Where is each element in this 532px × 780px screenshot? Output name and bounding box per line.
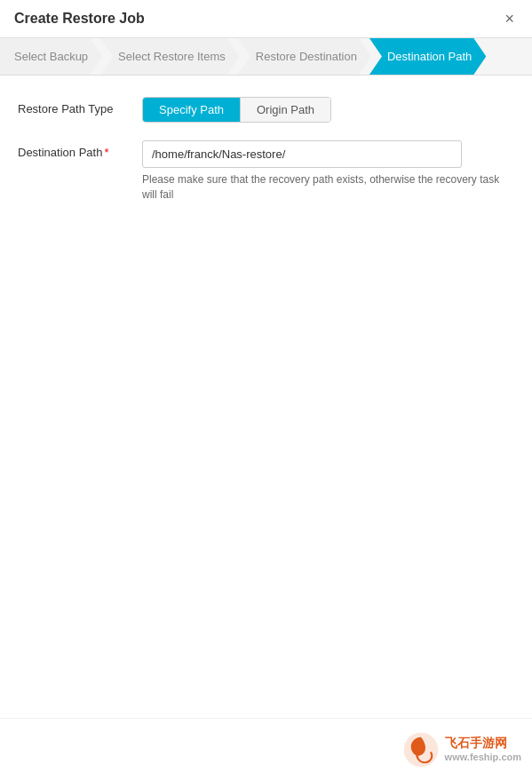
- dialog-title: Create Restore Job: [14, 11, 145, 27]
- brand-icon: [402, 731, 440, 768]
- destination-path-field-group: Please make sure that the recovery path …: [142, 140, 514, 203]
- title-bar: Create Restore Job ×: [0, 0, 532, 38]
- breadcrumb-restore-destination[interactable]: Restore Destination: [238, 38, 371, 75]
- restore-path-type-row: Restore Path Type Specify Path Origin Pa…: [18, 97, 514, 123]
- footer-watermark: 飞石手游网 www.feship.com: [0, 718, 532, 780]
- breadcrumb-nav: Select Backup Select Restore Items Resto…: [0, 38, 532, 76]
- breadcrumb-select-backup[interactable]: Select Backup: [0, 38, 102, 75]
- breadcrumb-select-restore-items[interactable]: Select Restore Items: [100, 38, 240, 75]
- destination-path-label: Destination Path*: [18, 140, 142, 159]
- destination-path-row: Destination Path* Please make sure that …: [18, 140, 514, 203]
- close-button[interactable]: ×: [501, 9, 518, 28]
- restore-path-type-label: Restore Path Type: [18, 97, 142, 115]
- hint-text: Please make sure that the recovery path …: [142, 172, 514, 203]
- specify-path-button[interactable]: Specify Path: [143, 98, 241, 122]
- main-content: Restore Path Type Specify Path Origin Pa…: [0, 76, 532, 242]
- breadcrumb-destination-path[interactable]: Destination Path: [369, 38, 486, 75]
- watermark-text: 飞石手游网 www.feship.com: [445, 735, 521, 763]
- required-indicator: *: [104, 146, 108, 159]
- watermark-logo: 飞石手游网 www.feship.com: [402, 731, 521, 768]
- origin-path-button[interactable]: Origin Path: [241, 98, 330, 122]
- path-type-toggle-group: Specify Path Origin Path: [142, 97, 331, 123]
- destination-path-input[interactable]: [142, 140, 462, 168]
